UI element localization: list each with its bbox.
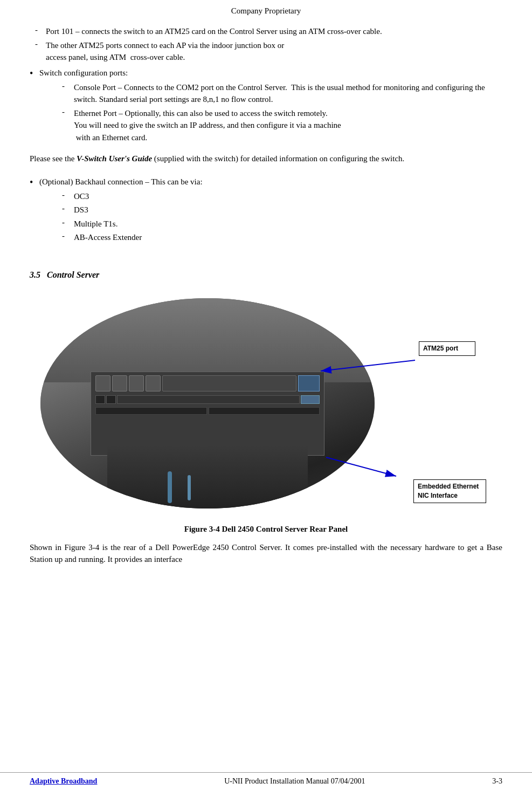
sub-dash-text-oc3: OC3 <box>74 190 502 203</box>
footer-center-text: U-NII Product Installation Manual 07/04/… <box>97 777 492 786</box>
callout-atm25: ATM25 port <box>419 341 475 356</box>
sub-dash-symbol-oc3: - <box>62 190 74 203</box>
section-number: 3.5 <box>30 270 40 279</box>
description-paragraph: Shown in Figure 3-4 is the rear of a Del… <box>30 541 502 566</box>
sub-dash-text-console: Console Port – Connects to the COM2 port… <box>74 81 502 106</box>
sub-dash-ethernet: - Ethernet Port – Optionally, this can a… <box>62 107 502 144</box>
vswitch-book-title: V-Switch User's Guide <box>77 154 152 163</box>
bullet-symbol-1: • <box>30 67 39 80</box>
bullet-item-switch: • Switch configuration ports: <box>30 67 502 80</box>
footer-brand: Adaptive Broadband <box>30 777 97 786</box>
bullet-item-backhaul: • (Optional) Backhaul connection – This … <box>30 176 502 189</box>
dash-symbol-2: - <box>30 39 46 64</box>
server-image <box>40 298 375 509</box>
sub-dash-ds3: - DS3 <box>62 204 502 216</box>
callout-atm25-text: ATM25 port <box>423 345 458 352</box>
page-footer: Adaptive Broadband U-NII Product Install… <box>0 772 532 790</box>
sub-dash-oc3: - OC3 <box>62 190 502 203</box>
header-title: Company Proprietary <box>231 6 301 15</box>
callout-nic-text: Embedded Ethernet NIC Interface <box>418 483 479 499</box>
bullet-text-backhaul: (Optional) Backhaul connection – This ca… <box>39 176 502 189</box>
sub-dash-text-ethernet: Ethernet Port – Optionally, this can als… <box>74 107 502 144</box>
footer-page-number: 3-3 <box>492 777 502 786</box>
callout-nic: Embedded Ethernet NIC Interface <box>413 479 486 503</box>
sub-dash-symbol-t1: - <box>62 218 74 230</box>
vswitch-paragraph: Please see the V-Switch User's Guide (su… <box>30 153 502 165</box>
sub-dash-t1: - Multiple T1s. <box>62 218 502 230</box>
dash-symbol-1: - <box>30 25 46 38</box>
sub-dash-text-t1: Multiple T1s. <box>74 218 502 230</box>
sub-dash-symbol-ab: - <box>62 231 74 244</box>
bullet-symbol-2: • <box>30 176 39 189</box>
content-area: - Port 101 – connects the switch to an A… <box>0 20 532 566</box>
sub-dash-symbol-console: - <box>62 81 74 106</box>
figure-caption: Figure 3-4 Dell 2450 Control Server Rear… <box>30 525 502 534</box>
figure-caption-text: Figure 3-4 Dell 2450 Control Server Rear… <box>184 525 348 533</box>
sub-dash-abaccess: - AB-Access Extender <box>62 231 502 244</box>
section-heading: 3.5 Control Server <box>30 270 502 280</box>
page-header: Company Proprietary <box>0 0 532 20</box>
section-title: Control Server <box>47 270 99 279</box>
figure-area: ATM25 port Embedded Ethernet NIC Interfa… <box>30 293 502 519</box>
sub-dash-console: - Console Port – Connects to the COM2 po… <box>62 81 502 106</box>
dash-item-1: - Port 101 – connects the switch to an A… <box>30 25 502 38</box>
bullet-text-switch: Switch configuration ports: <box>39 67 502 80</box>
dash-item-2: - The other ATM25 ports connect to each … <box>30 39 502 64</box>
sub-dash-symbol-ds3: - <box>62 204 74 216</box>
sub-dash-text-ds3: DS3 <box>74 204 502 216</box>
page-container: Company Proprietary - Port 101 – connect… <box>0 0 532 790</box>
dash-text-2: The other ATM25 ports connect to each AP… <box>46 39 502 64</box>
description-text: Shown in Figure 3-4 is the rear of a Del… <box>30 543 502 564</box>
sub-dash-symbol-ethernet: - <box>62 107 74 144</box>
sub-dash-text-ab: AB-Access Extender <box>74 231 502 244</box>
dash-text-1: Port 101 – connects the switch to an ATM… <box>46 25 502 38</box>
